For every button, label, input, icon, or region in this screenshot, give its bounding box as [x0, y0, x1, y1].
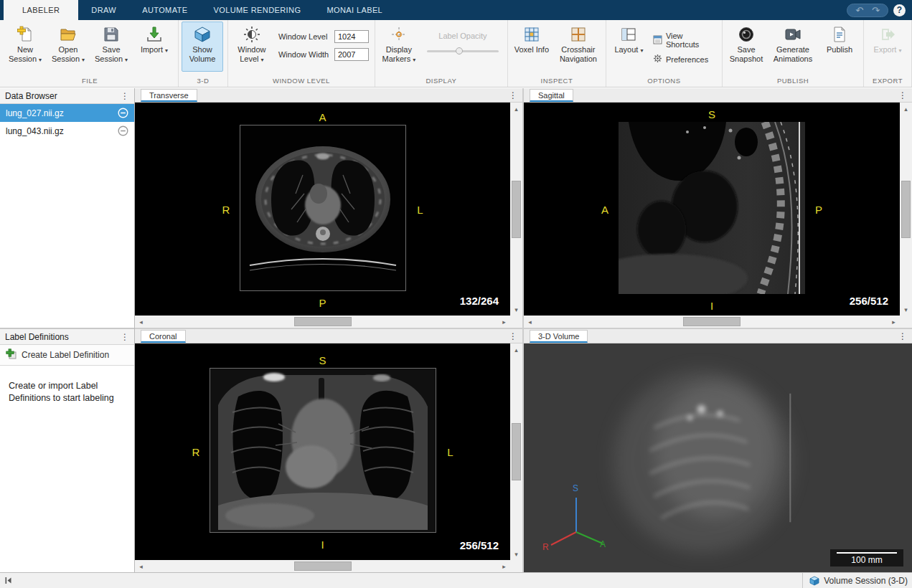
data-browser-menu-icon[interactable]: ⋮: [121, 91, 129, 101]
label-definitions-menu-icon[interactable]: ⋮: [121, 332, 129, 342]
sagittal-horizontal-scrollbar[interactable]: ◂ ▸: [524, 316, 900, 328]
view-shortcuts-button[interactable]: View Shortcuts: [653, 32, 715, 49]
viewport-3d-volume: 3-D Volume ⋮: [524, 329, 912, 572]
generate-animations-button[interactable]: Generate Animations: [768, 22, 817, 72]
sagittal-pane-menu-icon[interactable]: ⋮: [898, 90, 907, 100]
transverse-tab-strip: Transverse ⋮: [135, 88, 522, 103]
scroll-left-icon[interactable]: ◂: [135, 560, 147, 572]
preferences-button[interactable]: Preferences: [653, 54, 715, 65]
scroll-down-icon[interactable]: ▾: [900, 303, 912, 316]
redo-icon[interactable]: ↷: [872, 6, 880, 15]
ribbon-section-inspect: Voxel Info Crosshair Navigation INSPECT: [508, 20, 606, 87]
scroll-track[interactable]: [510, 115, 522, 303]
orientation-label-anterior: A: [601, 203, 608, 215]
transverse-tab[interactable]: Transverse: [141, 89, 197, 102]
slider-thumb: [456, 47, 463, 54]
sagittal-slice-image[interactable]: S A P I 256/512: [524, 103, 900, 316]
scroll-thumb[interactable]: [512, 181, 521, 238]
transverse-horizontal-scrollbar[interactable]: ◂ ▸: [135, 316, 510, 328]
scroll-down-icon[interactable]: ▾: [510, 548, 522, 560]
tab-automate[interactable]: AUTOMATE: [129, 0, 200, 20]
data-browser-title: Data Browser: [5, 91, 57, 101]
scroll-up-icon[interactable]: ▴: [510, 343, 522, 356]
help-button[interactable]: ?: [893, 4, 906, 16]
tab-volume-rendering[interactable]: VOLUME RENDERING: [200, 0, 314, 20]
scroll-thumb[interactable]: [294, 561, 352, 571]
window-level-button[interactable]: Window Level▾: [231, 22, 273, 72]
scrollbar-corner: [510, 560, 522, 572]
orientation-label-right: R: [222, 203, 230, 215]
display-markers-button[interactable]: Display Markers▾: [378, 22, 420, 72]
orientation-label-inferior: I: [321, 539, 324, 551]
open-session-button[interactable]: Open Session▾: [47, 22, 89, 72]
scroll-left-icon[interactable]: ◂: [524, 316, 536, 328]
coronal-pane-menu-icon[interactable]: ⋮: [509, 331, 517, 341]
publish-button[interactable]: Publish: [819, 22, 860, 72]
window-width-input[interactable]: [334, 48, 369, 61]
file-item-lung-027[interactable]: lung_027.nii.gz: [0, 104, 134, 122]
transverse-pane-menu-icon[interactable]: ⋮: [509, 90, 517, 100]
scroll-track[interactable]: [147, 560, 498, 572]
coronal-tab[interactable]: Coronal: [141, 330, 186, 343]
remove-file-icon[interactable]: [118, 108, 128, 118]
coronal-vertical-scrollbar[interactable]: ▴ ▾: [510, 343, 522, 560]
publish-document-icon: [830, 25, 849, 44]
transverse-frame: A R L P: [240, 125, 406, 294]
scroll-up-icon[interactable]: ▴: [900, 103, 912, 115]
scale-bar-line: [837, 552, 897, 554]
scroll-left-icon[interactable]: ◂: [135, 316, 147, 328]
section-caption-options: OPTIONS: [609, 75, 719, 87]
window-level-input[interactable]: [334, 30, 369, 43]
scroll-right-icon[interactable]: ▸: [888, 316, 900, 328]
orientation-axes-triad: S R A: [537, 482, 608, 554]
tab-monai-label[interactable]: MONAI LABEL: [314, 0, 395, 20]
scroll-track[interactable]: [536, 316, 888, 328]
coronal-horizontal-scrollbar[interactable]: ◂ ▸: [135, 560, 510, 572]
save-snapshot-button[interactable]: Save Snapshot: [725, 22, 767, 72]
import-button[interactable]: Import▾: [133, 22, 175, 72]
scroll-right-icon[interactable]: ▸: [498, 316, 510, 328]
show-volume-toggle-button[interactable]: Show Volume: [182, 22, 223, 72]
section-caption-inspect: INSPECT: [511, 75, 603, 87]
view-shortcuts-label: View Shortcuts: [666, 32, 715, 49]
scroll-thumb[interactable]: [901, 181, 911, 238]
open-folder-icon: [59, 25, 77, 44]
export-arrow-icon: [878, 25, 897, 44]
create-label-definition-button[interactable]: Create Label Definition: [0, 345, 134, 366]
remove-file-icon[interactable]: [118, 125, 128, 136]
volume-render-view[interactable]: S R A 100 mm: [524, 343, 912, 572]
scroll-down-icon[interactable]: ▾: [510, 303, 522, 316]
scroll-track[interactable]: [510, 356, 522, 548]
generate-animations-label: Generate Animations: [770, 45, 816, 64]
sagittal-tab[interactable]: Sagittal: [530, 89, 573, 102]
export-label: Export▾: [874, 45, 902, 54]
volume-pane-menu-icon[interactable]: ⋮: [898, 331, 907, 341]
volume-tab[interactable]: 3-D Volume: [530, 330, 588, 343]
tab-draw[interactable]: DRAW: [78, 0, 129, 20]
viewport-sagittal: Sagittal ⋮: [524, 88, 912, 328]
layout-button[interactable]: Layout▾: [609, 22, 649, 72]
scroll-right-icon[interactable]: ▸: [498, 560, 510, 572]
scroll-up-icon[interactable]: ▴: [510, 103, 522, 115]
voxel-info-button[interactable]: Voxel Info: [511, 22, 553, 72]
scroll-track[interactable]: [147, 316, 498, 328]
save-session-button[interactable]: Save Session▾: [90, 22, 132, 72]
file-item-lung-043[interactable]: lung_043.nii.gz: [0, 122, 134, 140]
coronal-slice-image[interactable]: S R L I 256/512: [135, 343, 510, 560]
new-session-button[interactable]: New Session▾: [4, 22, 46, 72]
scroll-thumb[interactable]: [683, 317, 741, 326]
scroll-track[interactable]: [900, 115, 912, 303]
scroll-thumb[interactable]: [512, 423, 521, 480]
crosshair-navigation-button[interactable]: Crosshair Navigation: [554, 22, 603, 72]
ribbon-section-export: Export▾ EXPORT: [864, 20, 912, 87]
scroll-thumb[interactable]: [294, 317, 352, 326]
undo-icon[interactable]: ↶: [855, 6, 863, 15]
tab-labeler[interactable]: LABELER: [4, 0, 78, 20]
collapse-statusbar-icon[interactable]: [4, 576, 14, 585]
crosshair-icon: [569, 25, 588, 44]
transverse-slice-image[interactable]: A R L P 132/264: [135, 103, 510, 316]
sagittal-vertical-scrollbar[interactable]: ▴ ▾: [900, 103, 912, 316]
transverse-vertical-scrollbar[interactable]: ▴ ▾: [510, 103, 522, 316]
dropdown-caret-icon: ▾: [898, 47, 901, 54]
window-level-fields: Window Level Window Width: [274, 22, 372, 61]
